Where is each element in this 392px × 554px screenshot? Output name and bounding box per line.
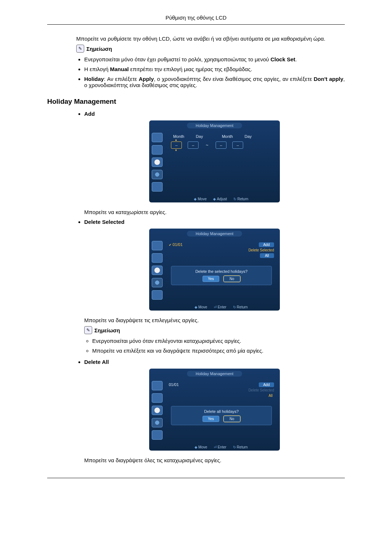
dont-apply-term: Don't apply	[314, 76, 343, 82]
return-hint: Return	[233, 305, 248, 309]
osd-sidebar	[149, 379, 165, 442]
note-enabled-when-selected: Ενεργοποιείται μόνο όταν επιλέγονται κατ…	[92, 338, 345, 344]
day-label: Day	[242, 133, 254, 140]
osd-delete-all-screen: Holiday Management 01/	[149, 369, 280, 451]
sidebar-icon	[152, 145, 163, 155]
adjust-hint: Adjust	[213, 197, 227, 201]
text: Ενεργοποιείται μόνο όταν έχει ρυθμιστεί …	[84, 56, 270, 62]
delete-all-button[interactable]: All	[267, 393, 274, 398]
confirm-dialog: Delete the selected holidays? Yes No	[171, 266, 272, 285]
day-label: Day	[194, 133, 205, 140]
timer-icon	[152, 266, 163, 275]
move-hint: Move	[195, 445, 207, 449]
delete-selected-label: Delete Selected	[84, 219, 124, 225]
delete-all-label: Delete All	[84, 359, 109, 365]
enter-hint: Enter	[214, 305, 226, 309]
osd-footer: Move Enter Return	[165, 445, 277, 449]
note-icon: ✎	[84, 326, 92, 334]
note-label: Σημείωση	[86, 46, 112, 52]
month-label: Month	[171, 133, 187, 140]
yes-button[interactable]: Yes	[203, 416, 219, 422]
confirm-dialog: Delete all holidays? Yes No	[171, 406, 272, 425]
text: επιτρέπει την επιλογή μιας ημέρας της εβ…	[129, 66, 252, 72]
osd-title: Holiday Management	[187, 123, 242, 128]
text: Η επιλογή	[84, 66, 110, 72]
confirm-text: Delete the selected holidays?	[174, 269, 269, 274]
osd-add-screen: Holiday Management	[149, 120, 280, 202]
apply-term: Apply	[139, 76, 154, 82]
clock-set-term: Clock Set	[270, 56, 295, 62]
move-hint: Move	[194, 197, 207, 201]
text: .	[295, 56, 297, 62]
gear-icon	[152, 170, 163, 179]
delete-all-caption: Μπορείτε να διαγράψετε όλες τις καταχωρι…	[84, 457, 345, 463]
range-separator: ~	[204, 143, 210, 148]
osd-sidebar	[149, 131, 165, 194]
timer-icon	[152, 157, 163, 167]
sidebar-icon	[152, 290, 163, 300]
note-label: Σημείωση	[94, 327, 120, 333]
osd-title: Holiday Management	[187, 231, 242, 237]
page-header: Ρύθμιση της οθόνης LCD	[47, 15, 345, 23]
return-hint: Return	[233, 197, 248, 201]
intro-text: Μπορείτε να ρυθμίσετε την οθόνη LCD, ώστ…	[76, 36, 345, 42]
move-hint: Move	[195, 305, 207, 309]
enter-hint: Enter	[214, 445, 226, 449]
sidebar-icon	[152, 133, 163, 142]
text: , ο χρονοδιακόπτης δεν είναι διαθέσιμος …	[154, 76, 314, 82]
text: : Αν επιλέξετε	[104, 76, 139, 82]
check-icon	[169, 242, 173, 247]
sidebar-icon	[152, 393, 163, 403]
note-holiday: Holiday: Αν επιλέξετε Apply, ο χρονοδιακ…	[84, 76, 345, 88]
gear-icon	[152, 278, 163, 287]
sidebar-icon	[152, 430, 163, 440]
note-multiple-delete: Μπορείτε να επιλέξετε και να διαγράψετε …	[92, 348, 345, 354]
no-button[interactable]: No	[224, 416, 240, 422]
day-start-spin[interactable]: --	[188, 141, 199, 149]
sidebar-icon	[152, 182, 163, 192]
confirm-text: Delete all holidays?	[174, 409, 269, 414]
note-clock-set: Ενεργοποιείται μόνο όταν έχει ρυθμιστεί …	[84, 56, 345, 62]
osd-footer: Move Adjust Return	[165, 197, 277, 201]
osd-sidebar	[149, 239, 165, 302]
add-button[interactable]: Add	[259, 242, 274, 247]
footer-rule	[47, 478, 345, 478]
holiday-management-heading: Holiday Management	[47, 98, 345, 106]
header-rule	[47, 24, 345, 25]
sidebar-icon	[152, 253, 163, 263]
note-icon: ✎	[76, 45, 84, 53]
osd-delete-selected-screen: Holiday Management 01/	[149, 229, 280, 311]
holiday-term: Holiday	[84, 76, 104, 82]
return-hint: Return	[233, 445, 248, 449]
sidebar-icon	[152, 381, 163, 390]
osd-title: Holiday Management	[187, 371, 242, 377]
month-label: Month	[220, 133, 235, 140]
osd-footer: Move Enter Return	[165, 305, 277, 309]
no-button[interactable]: No	[224, 276, 240, 282]
delete-selected-button[interactable]: Delete Selected	[248, 388, 274, 392]
month-end-spin[interactable]: --	[216, 141, 226, 149]
delete-selected-caption: Μπορείτε να διαγράψετε τις επιλεγμένες α…	[84, 317, 345, 323]
gear-icon	[152, 418, 163, 427]
holiday-date[interactable]: 01/01	[169, 242, 183, 258]
notes-list-2: Ενεργοποιείται μόνο όταν επιλέγονται κατ…	[84, 338, 345, 354]
delete-selected-button[interactable]: Delete Selected	[248, 248, 274, 252]
add-button[interactable]: Add	[259, 382, 274, 387]
notes-list-1: Ενεργοποιείται μόνο όταν έχει ρυθμιστεί …	[76, 56, 345, 88]
delete-all-button[interactable]: All	[260, 253, 274, 258]
add-caption: Μπορείτε να καταχωρίσετε αργίες.	[84, 209, 345, 215]
sidebar-icon	[152, 241, 163, 250]
month-start-spin[interactable]: --	[171, 141, 182, 149]
timer-icon	[152, 406, 163, 415]
add-item-label: Add	[84, 111, 95, 117]
holiday-date[interactable]: 01/01	[169, 382, 179, 398]
note-manual: Η επιλογή Manual επιτρέπει την επιλογή μ…	[84, 66, 345, 72]
day-end-spin[interactable]: --	[232, 141, 243, 149]
manual-term: Manual	[110, 66, 129, 72]
date-value: 01/01	[173, 242, 183, 247]
yes-button[interactable]: Yes	[203, 276, 219, 282]
